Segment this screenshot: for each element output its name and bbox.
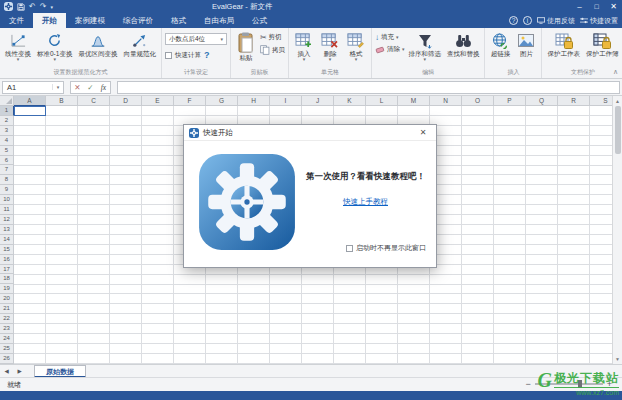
column-header-I[interactable]: I bbox=[270, 96, 302, 106]
quick-tutorial-link[interactable]: 快速上手教程 bbox=[343, 197, 388, 207]
row-header-6[interactable]: 6 bbox=[0, 156, 14, 166]
normalize-01-button[interactable]: 标准0-1变换 ▾ bbox=[35, 30, 74, 63]
tab-home[interactable]: 开始 bbox=[33, 13, 66, 28]
protect-sheet-button[interactable]: 保护工作表 bbox=[545, 30, 582, 58]
tab-free-layout[interactable]: 自由布局 bbox=[195, 13, 243, 28]
paste-button[interactable]: 粘贴 bbox=[234, 30, 258, 62]
column-header-F[interactable]: F bbox=[174, 96, 206, 106]
picture-button[interactable]: 图片 bbox=[514, 30, 538, 58]
scroll-up-icon[interactable]: ▲ bbox=[613, 96, 622, 106]
row-header-11[interactable]: 11 bbox=[0, 205, 14, 215]
tab-evaluation[interactable]: 综合评价 bbox=[114, 13, 162, 28]
column-header-B[interactable]: B bbox=[46, 96, 78, 106]
save-icon[interactable] bbox=[17, 2, 25, 11]
column-header-R[interactable]: R bbox=[558, 96, 590, 106]
column-header-M[interactable]: M bbox=[398, 96, 430, 106]
optimal-interval-button[interactable]: 最优区间变换 bbox=[76, 30, 119, 58]
tab-case-modeling[interactable]: 案例建模 bbox=[66, 13, 114, 28]
scrollbar-thumb[interactable] bbox=[615, 106, 621, 154]
confirm-entry-icon[interactable]: ✓ bbox=[84, 82, 97, 93]
collapse-ribbon-icon[interactable]: ∧ bbox=[613, 68, 618, 76]
row-header-23[interactable]: 23 bbox=[0, 324, 14, 334]
protect-workbook-button[interactable]: 保护工作簿 bbox=[584, 30, 621, 58]
row-header-1[interactable]: 1 bbox=[0, 106, 14, 116]
row-header-20[interactable]: 20 bbox=[0, 294, 14, 304]
zoom-out-icon[interactable]: − bbox=[525, 379, 530, 389]
tab-format[interactable]: 格式 bbox=[162, 13, 195, 28]
insert-cells-button[interactable]: 插入 ▾ bbox=[292, 30, 316, 63]
sort-filter-button[interactable]: 排序和筛选 ▾ bbox=[406, 30, 443, 63]
column-header-E[interactable]: E bbox=[142, 96, 174, 106]
cancel-entry-icon[interactable]: ✕ bbox=[71, 82, 84, 93]
row-header-25[interactable]: 25 bbox=[0, 344, 14, 354]
info-icon[interactable]: i bbox=[523, 16, 532, 25]
decimal-places-select[interactable]: 小数点后4位 ▾ bbox=[165, 33, 227, 45]
column-header-Q[interactable]: Q bbox=[526, 96, 558, 106]
chevron-down-icon[interactable]: ▾ bbox=[52, 84, 63, 90]
quick-calc-checkbox[interactable]: 快速计算 ? bbox=[165, 50, 210, 60]
column-header-C[interactable]: C bbox=[78, 96, 110, 106]
column-header-L[interactable]: L bbox=[366, 96, 398, 106]
row-header-4[interactable]: 4 bbox=[0, 136, 14, 146]
row-header-14[interactable]: 14 bbox=[0, 235, 14, 245]
row-header-15[interactable]: 15 bbox=[0, 245, 14, 255]
row-header-16[interactable]: 16 bbox=[0, 255, 14, 265]
row-header-12[interactable]: 12 bbox=[0, 215, 14, 225]
row-header-8[interactable]: 8 bbox=[0, 175, 14, 185]
name-box[interactable]: A1 ▾ bbox=[2, 81, 64, 94]
row-header-5[interactable]: 5 bbox=[0, 146, 14, 156]
column-header-H[interactable]: H bbox=[238, 96, 270, 106]
sheet-tab-raw-data[interactable]: 原始数据 bbox=[34, 365, 86, 378]
row-header-21[interactable]: 21 bbox=[0, 304, 14, 314]
vector-normalize-button[interactable]: 向量规范化 bbox=[121, 30, 158, 58]
copy-button[interactable]: 拷贝 bbox=[260, 45, 285, 55]
find-replace-button[interactable]: 查找和替换 bbox=[445, 30, 482, 58]
select-all-corner[interactable] bbox=[0, 96, 14, 106]
quick-settings-button[interactable]: 快捷设置 bbox=[580, 16, 618, 26]
redo-icon[interactable]: ↷ bbox=[40, 2, 47, 11]
row-header-13[interactable]: 13 bbox=[0, 225, 14, 235]
sheet-prev-icon[interactable]: ◀ bbox=[0, 368, 13, 374]
delete-cells-button[interactable]: 删除 ▾ bbox=[318, 30, 342, 63]
question-mark-icon[interactable]: ? bbox=[204, 50, 210, 60]
row-header-7[interactable]: 7 bbox=[0, 165, 14, 175]
column-header-A[interactable]: A bbox=[14, 96, 46, 106]
row-header-3[interactable]: 3 bbox=[0, 126, 14, 136]
row-header-18[interactable]: 18 bbox=[0, 274, 14, 284]
column-header-P[interactable]: P bbox=[494, 96, 526, 106]
vertical-scrollbar[interactable]: ▲ ▼ bbox=[612, 96, 622, 364]
row-header-26[interactable]: 26 bbox=[0, 354, 14, 364]
format-cells-button[interactable]: 格式 ▾ bbox=[344, 30, 368, 63]
row-header-10[interactable]: 10 bbox=[0, 195, 14, 205]
sheet-next-icon[interactable]: ▶ bbox=[13, 368, 26, 374]
tab-formula[interactable]: 公式 bbox=[243, 13, 276, 28]
row-header-9[interactable]: 9 bbox=[0, 185, 14, 195]
column-header-K[interactable]: K bbox=[334, 96, 366, 106]
tab-file[interactable]: 文件 bbox=[0, 13, 33, 28]
row-header-24[interactable]: 24 bbox=[0, 334, 14, 344]
close-button[interactable]: ✕ bbox=[605, 0, 622, 13]
undo-icon[interactable]: ↶ bbox=[29, 2, 36, 11]
qat-dropdown-icon[interactable]: ▾ bbox=[50, 2, 53, 11]
clear-button[interactable]: 清除 ▾ bbox=[375, 45, 405, 54]
help-icon[interactable]: ? bbox=[509, 16, 518, 25]
fill-button[interactable]: ↓ 填充 ▾ bbox=[375, 33, 405, 42]
feedback-button[interactable]: 使用反馈 bbox=[537, 16, 575, 26]
scroll-down-icon[interactable]: ▼ bbox=[613, 354, 622, 364]
column-header-D[interactable]: D bbox=[110, 96, 142, 106]
cut-button[interactable]: ✂ 剪切 bbox=[260, 33, 285, 42]
maximize-button[interactable]: □ bbox=[588, 0, 605, 13]
column-header-N[interactable]: N bbox=[430, 96, 462, 106]
dont-show-again-checkbox[interactable]: 启动时不再显示此窗口 bbox=[346, 243, 426, 253]
hyperlink-button[interactable]: 超链接 bbox=[488, 30, 512, 58]
row-header-17[interactable]: 17 bbox=[0, 265, 14, 275]
formula-input[interactable] bbox=[117, 81, 620, 94]
column-header-G[interactable]: G bbox=[206, 96, 238, 106]
column-header-O[interactable]: O bbox=[462, 96, 494, 106]
row-header-19[interactable]: 19 bbox=[0, 284, 14, 294]
column-header-J[interactable]: J bbox=[302, 96, 334, 106]
linear-transform-button[interactable]: 线性变换 ▾ bbox=[3, 30, 33, 63]
dialog-close-icon[interactable]: ✕ bbox=[415, 126, 431, 140]
insert-function-icon[interactable]: fx bbox=[97, 82, 110, 93]
row-header-22[interactable]: 22 bbox=[0, 314, 14, 324]
